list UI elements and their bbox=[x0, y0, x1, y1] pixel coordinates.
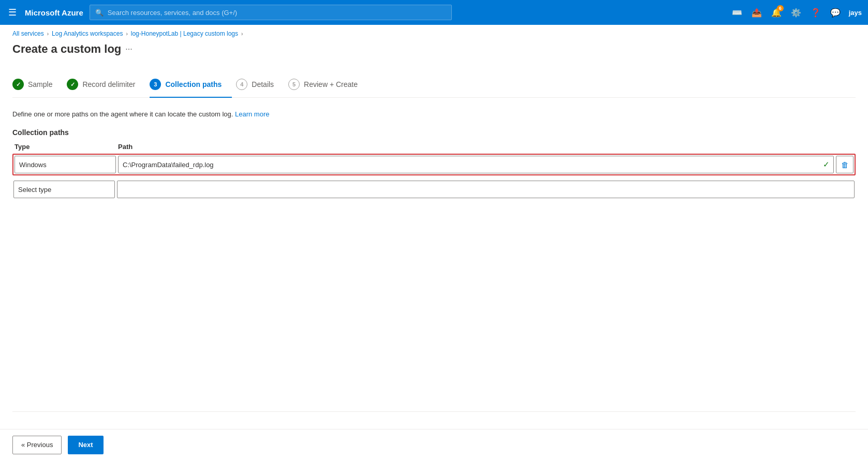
col-header-path: Path bbox=[116, 143, 133, 151]
breadcrumb-log-analytics[interactable]: Log Analytics workspaces bbox=[52, 30, 123, 37]
path-row-2: Select type Windows Linux bbox=[12, 180, 856, 199]
topbar: ☰ Microsoft Azure 🔍 ⌨️ 📤 🔔 6 ⚙️ ❓ 💬 jays bbox=[0, 0, 868, 25]
brand-logo: Microsoft Azure bbox=[25, 8, 83, 17]
page-title: Create a custom log bbox=[12, 42, 121, 56]
footer-separator bbox=[12, 411, 856, 412]
path-input-1[interactable] bbox=[118, 156, 834, 173]
notification-badge: 6 bbox=[777, 5, 784, 11]
breadcrumb-all-services[interactable]: All services bbox=[12, 30, 44, 37]
path-checkmark-1: ✓ bbox=[823, 160, 830, 169]
step-1-circle: ✓ bbox=[12, 79, 24, 90]
search-input[interactable] bbox=[108, 9, 446, 17]
breadcrumb-sep-2: › bbox=[126, 31, 127, 37]
more-options-icon[interactable]: ··· bbox=[125, 44, 132, 54]
breadcrumb-sep-1: › bbox=[47, 31, 49, 37]
step-2-circle: ✓ bbox=[67, 79, 78, 90]
notifications-icon[interactable]: 🔔 6 bbox=[768, 4, 785, 21]
topbar-icons: ⌨️ 📤 🔔 6 ⚙️ ❓ 💬 jays bbox=[729, 4, 862, 21]
type-dropdown-2[interactable]: Select type Windows Linux bbox=[18, 186, 110, 194]
path-input-2[interactable] bbox=[117, 181, 855, 198]
step-3-label: Collection paths bbox=[165, 80, 222, 88]
help-icon[interactable]: ❓ bbox=[807, 4, 824, 21]
avatar[interactable]: jays bbox=[849, 9, 862, 17]
cloud-shell-icon[interactable]: ⌨️ bbox=[729, 4, 745, 21]
wizard-step-sample[interactable]: ✓ Sample bbox=[12, 72, 63, 97]
collection-paths-title: Collection paths bbox=[12, 128, 856, 137]
feedback-icon[interactable]: 💬 bbox=[827, 4, 844, 21]
trash-icon: 🗑 bbox=[841, 160, 849, 169]
breadcrumb-sep-3: › bbox=[241, 31, 243, 37]
wizard-step-review-create[interactable]: 5 Review + Create bbox=[288, 72, 368, 97]
breadcrumb: All services › Log Analytics workspaces … bbox=[0, 25, 868, 42]
learn-more-link[interactable]: Learn more bbox=[235, 110, 269, 118]
upload-icon[interactable]: 📤 bbox=[748, 4, 765, 21]
path-input-wrap-2 bbox=[117, 181, 855, 198]
settings-icon[interactable]: ⚙️ bbox=[788, 4, 804, 21]
path-row-1: Windows Linux ✓ 🗑 bbox=[12, 154, 856, 175]
breadcrumb-current[interactable]: log-HoneypotLab | Legacy custom logs bbox=[131, 30, 238, 37]
type-select-1[interactable]: Windows Linux bbox=[14, 156, 116, 173]
step-4-label: Details bbox=[252, 80, 274, 88]
step-4-circle: 4 bbox=[236, 79, 247, 90]
delete-row-1-button[interactable]: 🗑 bbox=[836, 156, 854, 173]
wizard-step-collection-paths[interactable]: 3 Collection paths bbox=[150, 72, 232, 97]
wizard-step-details[interactable]: 4 Details bbox=[236, 72, 284, 97]
step-5-circle: 5 bbox=[288, 79, 300, 90]
search-icon: 🔍 bbox=[95, 9, 104, 17]
main-content: ✓ Sample ✓ Record delimiter 3 Collection… bbox=[0, 64, 868, 411]
path-input-wrap-1: ✓ bbox=[118, 156, 834, 173]
step-3-circle: 3 bbox=[150, 79, 161, 90]
step-description: Define one or more paths on the agent wh… bbox=[12, 110, 856, 118]
step-2-label: Record delimiter bbox=[82, 80, 135, 88]
wizard-steps: ✓ Sample ✓ Record delimiter 3 Collection… bbox=[12, 72, 856, 98]
page-header: Create a custom log ··· bbox=[0, 42, 868, 64]
step-5-label: Review + Create bbox=[304, 80, 358, 88]
type-select-2[interactable]: Select type Windows Linux bbox=[13, 181, 115, 198]
step-1-label: Sample bbox=[28, 80, 52, 88]
col-headers: Type Path bbox=[12, 143, 856, 151]
type-dropdown-1[interactable]: Windows Linux bbox=[19, 161, 111, 169]
hamburger-icon[interactable]: ☰ bbox=[6, 5, 19, 20]
wizard-step-record-delimiter[interactable]: ✓ Record delimiter bbox=[67, 72, 145, 97]
search-bar[interactable]: 🔍 bbox=[90, 5, 452, 20]
col-header-type: Type bbox=[12, 143, 116, 151]
